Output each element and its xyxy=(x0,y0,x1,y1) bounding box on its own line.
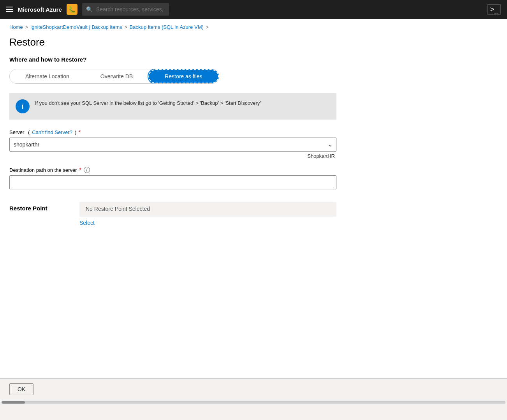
cant-find-server-link[interactable]: Can't find Server? xyxy=(32,129,72,135)
server-spacer: ( xyxy=(26,129,30,135)
restore-point-right: No Restore Point Selected Select xyxy=(79,202,336,226)
info-icon: i xyxy=(16,99,30,113)
app-title: Microsoft Azure xyxy=(18,6,62,13)
page-title: Restore xyxy=(0,33,507,56)
info-message: If you don't see your SQL Server in the … xyxy=(35,99,261,107)
breadcrumb: Home > IgniteShopkartDemoVault | Backup … xyxy=(0,19,507,33)
breadcrumb-backup-items[interactable]: Backup Items (SQL in Azure VM) xyxy=(130,24,204,30)
destination-field-group: Destination path on the server * i xyxy=(9,167,336,189)
search-wrap: 🔍 xyxy=(82,3,316,16)
search-input[interactable] xyxy=(82,3,169,16)
tab-alternate-location[interactable]: Alternate Location xyxy=(10,69,85,83)
server-label-text: Server xyxy=(9,129,24,135)
breadcrumb-vault[interactable]: IgniteShopkartDemoVault | Backup items xyxy=(30,24,122,30)
restore-point-label: Restore Point xyxy=(9,202,64,212)
server-select[interactable]: shopkarthr xyxy=(9,138,336,152)
info-box: i If you don't see your SQL Server in th… xyxy=(9,93,336,120)
form-content: Where and how to Restore? Alternate Loca… xyxy=(0,56,507,302)
breadcrumb-home[interactable]: Home xyxy=(9,24,23,30)
breadcrumb-sep-3: > xyxy=(206,25,209,30)
bug-icon: 🐛 xyxy=(67,4,77,15)
server-select-wrap: shopkarthr ⌄ xyxy=(9,138,336,152)
restore-point-display: No Restore Point Selected xyxy=(79,202,336,217)
server-field-label: Server ( Can't find Server? ) * xyxy=(9,129,336,135)
restore-tabs: Alternate Location Overwrite DB Restore … xyxy=(9,69,219,84)
restore-point-select-link[interactable]: Select xyxy=(79,220,95,226)
server-required: * xyxy=(79,129,81,135)
server-paren-close: ) xyxy=(75,129,76,135)
breadcrumb-sep-2: > xyxy=(125,25,127,30)
server-hint: ShopkartHR xyxy=(9,153,336,159)
destination-field-label: Destination path on the server * i xyxy=(9,167,336,173)
scrollbar-track[interactable] xyxy=(2,401,505,404)
menu-icon[interactable] xyxy=(6,7,13,12)
scrollbar-thumb xyxy=(2,401,25,404)
destination-info-icon[interactable]: i xyxy=(84,167,90,173)
server-field-group: Server ( Can't find Server? ) * shopkart… xyxy=(9,129,336,159)
tab-overwrite-db[interactable]: Overwrite DB xyxy=(85,69,148,83)
footer-bar: OK xyxy=(0,378,507,400)
destination-required: * xyxy=(79,167,81,173)
terminal-icon[interactable]: >_ xyxy=(487,4,501,15)
topbar: Microsoft Azure 🐛 🔍 >_ xyxy=(0,0,507,19)
restore-point-section: Restore Point No Restore Point Selected … xyxy=(9,202,336,226)
section-heading: Where and how to Restore? xyxy=(9,56,498,63)
tab-restore-as-files[interactable]: Restore as files xyxy=(148,69,218,83)
main-content: Home > IgniteShopkartDemoVault | Backup … xyxy=(0,19,507,404)
search-icon: 🔍 xyxy=(86,6,93,12)
ok-button[interactable]: OK xyxy=(9,383,33,395)
destination-label-text: Destination path on the server xyxy=(9,167,77,173)
destination-input[interactable] xyxy=(9,175,336,189)
scrollbar-area xyxy=(0,400,507,404)
breadcrumb-sep-1: > xyxy=(25,25,28,30)
